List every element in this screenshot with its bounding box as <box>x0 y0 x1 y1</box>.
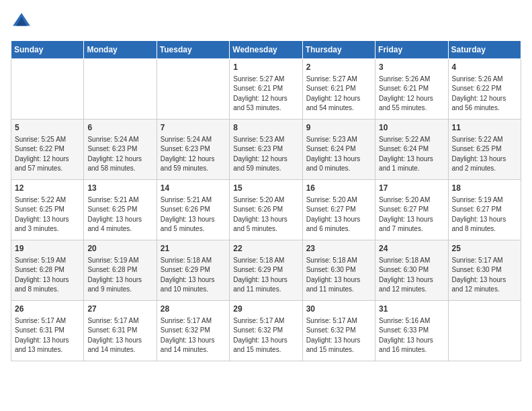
day-info: Sunrise: 5:22 AM Sunset: 6:25 PM Dayligh… <box>15 195 80 234</box>
day-info: Sunrise: 5:22 AM Sunset: 6:25 PM Dayligh… <box>452 135 517 174</box>
day-number: 26 <box>15 304 80 315</box>
calendar-day-cell: 17Sunrise: 5:20 AM Sunset: 6:27 PM Dayli… <box>375 180 448 240</box>
weekday-header: Tuesday <box>157 41 229 59</box>
day-info: Sunrise: 5:23 AM Sunset: 6:23 PM Dayligh… <box>233 135 298 174</box>
calendar-day-cell: 11Sunrise: 5:22 AM Sunset: 6:25 PM Dayli… <box>448 120 521 180</box>
day-info: Sunrise: 5:20 AM Sunset: 6:27 PM Dayligh… <box>379 195 444 234</box>
calendar-week-row: 12Sunrise: 5:22 AM Sunset: 6:25 PM Dayli… <box>11 180 521 240</box>
weekday-header: Thursday <box>302 41 375 59</box>
day-info: Sunrise: 5:27 AM Sunset: 6:21 PM Dayligh… <box>306 75 371 113</box>
weekday-header: Sunday <box>11 41 84 59</box>
calendar-day-cell: 18Sunrise: 5:19 AM Sunset: 6:27 PM Dayli… <box>448 180 521 240</box>
day-info: Sunrise: 5:27 AM Sunset: 6:21 PM Dayligh… <box>233 75 298 113</box>
day-number: 31 <box>379 304 444 315</box>
calendar-day-cell: 2Sunrise: 5:27 AM Sunset: 6:21 PM Daylig… <box>302 59 375 120</box>
day-number: 24 <box>379 243 444 255</box>
day-info: Sunrise: 5:23 AM Sunset: 6:24 PM Dayligh… <box>306 135 371 174</box>
day-info: Sunrise: 5:17 AM Sunset: 6:32 PM Dayligh… <box>161 316 226 355</box>
day-info: Sunrise: 5:26 AM Sunset: 6:22 PM Dayligh… <box>452 75 517 113</box>
day-info: Sunrise: 5:18 AM Sunset: 6:29 PM Dayligh… <box>233 256 298 295</box>
day-number: 19 <box>15 243 80 255</box>
day-number: 10 <box>379 122 444 134</box>
day-info: Sunrise: 5:22 AM Sunset: 6:24 PM Dayligh… <box>379 135 444 174</box>
day-number: 25 <box>452 243 517 255</box>
calendar-day-cell: 28Sunrise: 5:17 AM Sunset: 6:32 PM Dayli… <box>157 301 229 361</box>
calendar-day-cell: 23Sunrise: 5:18 AM Sunset: 6:30 PM Dayli… <box>302 240 375 301</box>
calendar-header: SundayMondayTuesdayWednesdayThursdayFrid… <box>11 41 521 59</box>
weekday-header: Saturday <box>448 41 521 59</box>
calendar-day-cell: 6Sunrise: 5:24 AM Sunset: 6:23 PM Daylig… <box>84 120 157 180</box>
calendar-week-row: 19Sunrise: 5:19 AM Sunset: 6:28 PM Dayli… <box>11 240 521 301</box>
day-number: 17 <box>379 183 444 194</box>
day-number: 4 <box>452 62 517 73</box>
calendar-day-cell: 26Sunrise: 5:17 AM Sunset: 6:31 PM Dayli… <box>11 301 84 361</box>
calendar-day-cell: 15Sunrise: 5:20 AM Sunset: 6:26 PM Dayli… <box>230 180 302 240</box>
page-header <box>11 11 521 32</box>
day-info: Sunrise: 5:17 AM Sunset: 6:31 PM Dayligh… <box>87 316 152 355</box>
calendar-day-cell: 10Sunrise: 5:22 AM Sunset: 6:24 PM Dayli… <box>375 120 448 180</box>
day-number: 18 <box>452 183 517 194</box>
calendar-day-cell: 7Sunrise: 5:24 AM Sunset: 6:23 PM Daylig… <box>157 120 229 180</box>
calendar-day-cell <box>84 59 157 120</box>
day-number: 21 <box>161 243 226 255</box>
calendar-day-cell: 20Sunrise: 5:19 AM Sunset: 6:28 PM Dayli… <box>84 240 157 301</box>
calendar-week-row: 5Sunrise: 5:25 AM Sunset: 6:22 PM Daylig… <box>11 120 521 180</box>
day-number: 27 <box>87 304 152 315</box>
day-number: 16 <box>306 183 371 194</box>
calendar-day-cell: 29Sunrise: 5:17 AM Sunset: 6:32 PM Dayli… <box>230 301 302 361</box>
calendar-day-cell: 1Sunrise: 5:27 AM Sunset: 6:21 PM Daylig… <box>230 59 302 120</box>
day-info: Sunrise: 5:19 AM Sunset: 6:28 PM Dayligh… <box>87 256 152 295</box>
day-info: Sunrise: 5:17 AM Sunset: 6:32 PM Dayligh… <box>233 316 298 355</box>
day-info: Sunrise: 5:17 AM Sunset: 6:32 PM Dayligh… <box>306 316 371 355</box>
day-info: Sunrise: 5:20 AM Sunset: 6:26 PM Dayligh… <box>233 195 298 234</box>
calendar-day-cell: 25Sunrise: 5:17 AM Sunset: 6:30 PM Dayli… <box>448 240 521 301</box>
day-number: 12 <box>15 183 80 194</box>
calendar-day-cell: 9Sunrise: 5:23 AM Sunset: 6:24 PM Daylig… <box>302 120 375 180</box>
calendar-day-cell <box>11 59 84 120</box>
calendar-day-cell: 22Sunrise: 5:18 AM Sunset: 6:29 PM Dayli… <box>230 240 302 301</box>
calendar-day-cell: 16Sunrise: 5:20 AM Sunset: 6:27 PM Dayli… <box>302 180 375 240</box>
day-number: 23 <box>306 243 371 255</box>
day-info: Sunrise: 5:21 AM Sunset: 6:25 PM Dayligh… <box>87 195 152 234</box>
day-number: 2 <box>306 62 371 73</box>
day-number: 22 <box>233 243 298 255</box>
day-number: 20 <box>87 243 152 255</box>
day-number: 15 <box>233 183 298 194</box>
weekday-header-row: SundayMondayTuesdayWednesdayThursdayFrid… <box>11 41 521 59</box>
day-number: 14 <box>161 183 226 194</box>
calendar-day-cell: 12Sunrise: 5:22 AM Sunset: 6:25 PM Dayli… <box>11 180 84 240</box>
logo <box>11 11 36 32</box>
calendar-body: 1Sunrise: 5:27 AM Sunset: 6:21 PM Daylig… <box>11 59 521 361</box>
calendar-table: SundayMondayTuesdayWednesdayThursdayFrid… <box>11 40 521 361</box>
calendar-day-cell: 13Sunrise: 5:21 AM Sunset: 6:25 PM Dayli… <box>84 180 157 240</box>
day-info: Sunrise: 5:24 AM Sunset: 6:23 PM Dayligh… <box>87 135 152 174</box>
logo-icon <box>11 11 32 32</box>
day-number: 7 <box>161 122 226 134</box>
calendar-week-row: 26Sunrise: 5:17 AM Sunset: 6:31 PM Dayli… <box>11 301 521 361</box>
calendar-day-cell: 31Sunrise: 5:16 AM Sunset: 6:33 PM Dayli… <box>375 301 448 361</box>
calendar-day-cell: 14Sunrise: 5:21 AM Sunset: 6:26 PM Dayli… <box>157 180 229 240</box>
day-number: 1 <box>233 62 298 73</box>
day-number: 29 <box>233 304 298 315</box>
day-info: Sunrise: 5:16 AM Sunset: 6:33 PM Dayligh… <box>379 316 444 355</box>
day-number: 13 <box>87 183 152 194</box>
calendar-day-cell: 4Sunrise: 5:26 AM Sunset: 6:22 PM Daylig… <box>448 59 521 120</box>
day-info: Sunrise: 5:24 AM Sunset: 6:23 PM Dayligh… <box>161 135 226 174</box>
day-number: 8 <box>233 122 298 134</box>
day-info: Sunrise: 5:17 AM Sunset: 6:30 PM Dayligh… <box>452 256 517 295</box>
day-info: Sunrise: 5:18 AM Sunset: 6:30 PM Dayligh… <box>379 256 444 295</box>
calendar-day-cell: 27Sunrise: 5:17 AM Sunset: 6:31 PM Dayli… <box>84 301 157 361</box>
day-info: Sunrise: 5:18 AM Sunset: 6:29 PM Dayligh… <box>161 256 226 295</box>
calendar-day-cell: 21Sunrise: 5:18 AM Sunset: 6:29 PM Dayli… <box>157 240 229 301</box>
weekday-header: Wednesday <box>230 41 302 59</box>
day-info: Sunrise: 5:18 AM Sunset: 6:30 PM Dayligh… <box>306 256 371 295</box>
day-info: Sunrise: 5:17 AM Sunset: 6:31 PM Dayligh… <box>15 316 80 355</box>
calendar-day-cell: 5Sunrise: 5:25 AM Sunset: 6:22 PM Daylig… <box>11 120 84 180</box>
day-number: 6 <box>87 122 152 134</box>
weekday-header: Friday <box>375 41 448 59</box>
day-info: Sunrise: 5:19 AM Sunset: 6:28 PM Dayligh… <box>15 256 80 295</box>
weekday-header: Monday <box>84 41 157 59</box>
day-number: 9 <box>306 122 371 134</box>
calendar-day-cell: 8Sunrise: 5:23 AM Sunset: 6:23 PM Daylig… <box>230 120 302 180</box>
calendar-day-cell: 30Sunrise: 5:17 AM Sunset: 6:32 PM Dayli… <box>302 301 375 361</box>
